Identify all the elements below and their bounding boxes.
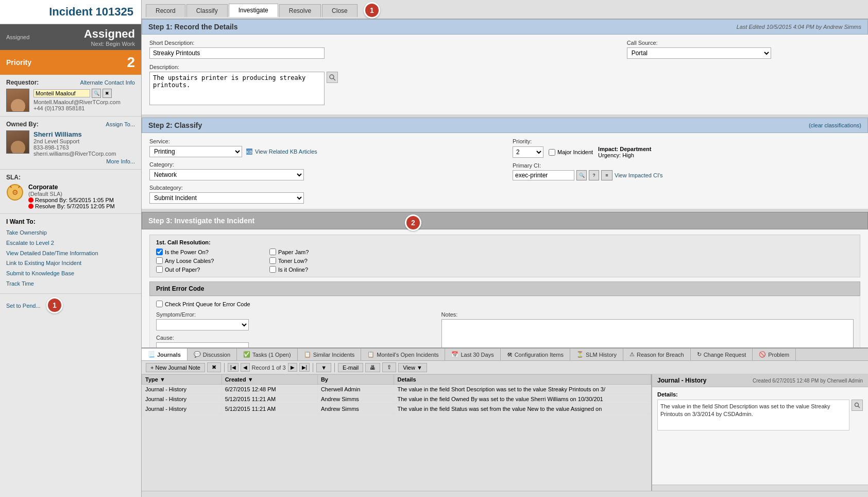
cb-toner-low-input[interactable] [269,257,276,264]
journal-row-2[interactable]: Journal - History 5/12/2015 11:21 AM And… [142,394,651,404]
new-journal-note-btn[interactable]: + New Journal Note [146,363,205,372]
clear-classifications-link[interactable]: (clear classifications) [809,122,861,128]
bottom-tab-journals[interactable]: 📃 Journals [142,349,188,360]
sidebar: Incident 101325 Assigned Assigned Next: … [0,0,142,497]
delete-btn[interactable]: ✖ [207,362,221,372]
cb-paper-jam-input[interactable] [269,248,276,255]
cb-power-on-input[interactable] [156,248,163,255]
tasks-icon: ✅ [243,351,250,358]
detail-scroll-x[interactable] [652,485,868,491]
new-note-icon: + [150,365,154,371]
email-btn[interactable]: E-mail [338,363,363,372]
bottom-tab-slm[interactable]: ⏳ SLM History [570,349,623,360]
col-by[interactable]: By [317,375,394,385]
svg-point-8 [855,403,859,407]
col-type[interactable]: Type ▼ [142,375,222,385]
track-time-link[interactable]: Track Time [6,279,135,289]
subcategory-select[interactable]: Submit Incident [149,192,304,204]
bottom-tab-tasks[interactable]: ✅ Tasks (1 Open) [237,349,298,360]
cause-input[interactable] [156,342,249,347]
cb-loose-cables-input[interactable] [156,257,163,264]
category-select[interactable]: Network [149,169,304,180]
link-major-incident-link[interactable]: Link to Existing Major Incident [6,258,135,269]
requestor-name-input[interactable]: Monteil Maalouf [33,89,90,97]
journal-row-1-by: Cherwell Admin [317,385,394,394]
nav-last-btn[interactable]: ▶| [299,363,310,372]
journal-row-1-details: The value in the field Short Description… [394,385,651,394]
view-btn[interactable]: View ▼ [398,363,427,372]
print-btn[interactable]: 🖶 [365,363,380,372]
submit-kb-link[interactable]: Submit to Knowledge Base [6,269,135,279]
badge-3[interactable]: 1 [46,297,63,313]
bottom-tab-problem[interactable]: 🚫 Problem [753,349,796,360]
bottom-tab-30days[interactable]: 📅 Last 30 Days [445,349,500,360]
bottom-tab-change[interactable]: ↻ Change Request [691,349,753,360]
bottom-tab-config[interactable]: 🛠 Configuration Items [501,349,570,360]
nav-prev-btn[interactable]: ◀ [241,363,250,372]
cb-is-online-input[interactable] [269,266,276,273]
assign-to-link[interactable]: Assign To... [106,121,135,127]
tab-classify[interactable]: Classify [186,4,228,17]
badge-1[interactable]: 1 [364,2,380,19]
cb-out-of-paper: Out of Paper? [156,266,259,273]
filter-btn[interactable]: ▼ [316,363,331,372]
ci-extra-btn[interactable]: ≡ [601,170,612,180]
journal-scroll-x[interactable] [142,491,868,497]
status-bar: Assigned Assigned Next: Begin Work [0,24,141,50]
tab-resolve[interactable]: Resolve [279,4,321,17]
detail-search-btn[interactable] [852,400,863,411]
major-incident-checkbox[interactable] [549,149,555,156]
sla-section: SLA: ⚙ Corporate (Default SLA) [0,170,141,214]
main-scroll-area: Step 1: Record the Details Last Edited 1… [142,19,868,347]
short-desc-input[interactable]: Streaky Printouts [149,47,325,59]
category-group: Category: Network [149,161,497,180]
bottom-tab-discussion[interactable]: 💬 Discussion [188,349,237,360]
tab-investigate[interactable]: Investigate [229,4,278,17]
ci-clear-btn[interactable]: ? [589,170,599,180]
view-kb-btn[interactable]: KB View Related KB Articles [245,147,317,156]
sla-resolve: Resolve By: 5/7/2015 12:05 PM [28,203,115,209]
take-ownership-link[interactable]: Take Ownership [6,228,135,238]
tab-record[interactable]: Record [146,4,185,17]
tab-close[interactable]: Close [322,4,358,17]
bottom-tab-breach[interactable]: ⚠ Reason for Breach [623,349,691,360]
journal-row-1[interactable]: Journal - History 6/27/2015 12:48 PM Che… [142,385,651,394]
upload-btn[interactable]: ⇧ [382,362,396,372]
cb-out-of-paper-input[interactable] [156,266,163,273]
alt-contact-link[interactable]: Alternate Contact Info [80,79,135,86]
bottom-tab-similar[interactable]: 📋 Similar Incidents [298,349,362,360]
primary-ci-input[interactable]: exec-printer [513,170,574,180]
primary-ci-row: exec-printer 🔍 ? ≡ View Impacted CI's [513,170,860,180]
config-icon: 🛠 [507,352,513,358]
set-to-pending-link[interactable]: Set to Pend... [6,303,41,309]
view-datetime-link[interactable]: View Detailed Date/Time Information [6,248,135,259]
call-source-select[interactable]: Portal [627,47,771,59]
description-textarea[interactable] [149,72,325,105]
notes-textarea[interactable] [441,319,854,347]
col-details[interactable]: Details [394,375,651,385]
escalate-link[interactable]: Escalate to Level 2 [6,238,135,248]
journal-data-table: Type ▼ Created ▼ By Details Journal - Hi… [142,374,651,414]
requestor-clear-btn[interactable]: ✖ [103,89,112,98]
description-search-btn[interactable] [327,72,338,83]
col-created[interactable]: Created ▼ [222,375,317,385]
bottom-area: 📃 Journals 💬 Discussion ✅ Tasks (1 Open)… [142,347,868,497]
service-select[interactable]: Printing [149,146,242,157]
content-area: Record Classify Investigate Resolve Clos… [142,0,868,497]
journal-row-3[interactable]: Journal - History 5/12/2015 11:21 AM And… [142,404,651,414]
nav-next-btn[interactable]: ▶ [288,363,297,372]
requestor-phone: +44 (0)1793 858181 [33,105,135,111]
owned-by-section: Owned By: Assign To... Sherri Williams 2… [0,117,141,170]
priority-group: Priority: 2 Major Incident [513,138,860,158]
ci-search-btn[interactable]: 🔍 [576,170,587,180]
nav-first-btn[interactable]: |◀ [228,363,239,372]
symptom-select[interactable] [156,319,249,330]
svg-text:KB: KB [246,150,252,155]
badge-2[interactable]: 2 [405,214,421,231]
check-print-queue-cb[interactable] [156,301,163,307]
requestor-search-btn[interactable]: 🔍 [92,89,101,98]
bottom-tab-open[interactable]: 📋 Monteil's Open Incidents [361,349,445,360]
view-impacted-link[interactable]: View Impacted CI's [615,172,663,178]
priority-select[interactable]: 2 [513,146,543,158]
more-info-link[interactable]: More Info... [106,158,135,164]
